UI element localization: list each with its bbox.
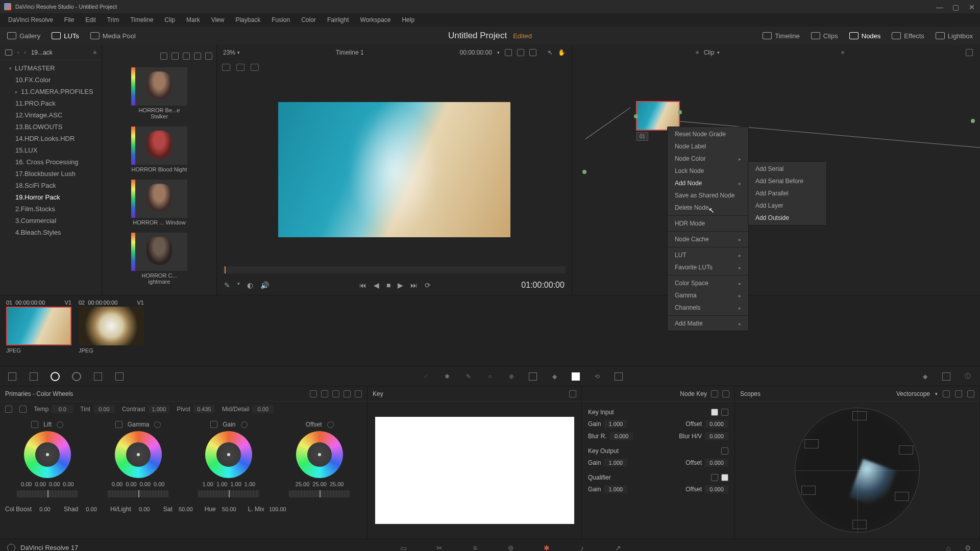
gain-g[interactable]: 1.00 [230, 481, 241, 487]
clip-card[interactable]: 0100:00:00:00V1 JPEG [6, 299, 71, 362]
blur-r-val[interactable]: 0.000 [610, 432, 633, 440]
zoom-value[interactable]: 23% [223, 49, 235, 56]
timecode-small[interactable]: 00:00:00:00 [459, 49, 492, 56]
prev-clip-button[interactable]: ⏮ [359, 281, 366, 289]
qualifier-icon[interactable]: ✎ [463, 371, 474, 382]
auto-balance-icon[interactable] [5, 406, 12, 413]
page-fusion-icon[interactable]: ⊚ [506, 543, 516, 552]
ctx-add-matte[interactable]: Add Matte▸ [668, 317, 748, 330]
lightbox-toggle[interactable]: Lightbox [936, 32, 973, 40]
ki-gain-val[interactable]: 1.000 [604, 420, 627, 428]
tree-item[interactable]: ▸11.CAMERA.PROFILES [0, 86, 102, 97]
tree-item[interactable]: 17.Blockbuster Lush [0, 168, 102, 180]
gain-wheel[interactable] [205, 431, 252, 478]
tree-item[interactable]: 12.Vintage.ASC [0, 109, 102, 121]
camera-raw-icon[interactable] [7, 371, 17, 382]
reset-icon[interactable] [241, 421, 248, 428]
page-edit-icon[interactable]: ≡ [470, 543, 480, 552]
grid-icon[interactable] [172, 53, 179, 60]
gain-r[interactable]: 1.00 [216, 481, 227, 487]
loop-button[interactable]: ⟳ [425, 281, 431, 289]
playhead[interactable] [225, 266, 226, 273]
offset-master-wheel[interactable] [289, 490, 350, 497]
menu-fairlight[interactable]: Fairlight [322, 14, 354, 26]
menu-help[interactable]: Help [397, 14, 420, 26]
blur-hv-val[interactable]: 0.000 [705, 432, 728, 440]
scrubber[interactable] [223, 266, 566, 273]
menu-view[interactable]: View [206, 14, 230, 26]
more-icon[interactable] [205, 53, 212, 60]
reset-icon[interactable] [57, 421, 63, 428]
timecode[interactable]: 01:00:00:00 [521, 281, 565, 290]
qualifier-toggle-1[interactable] [711, 474, 718, 481]
shad-val[interactable]: 0.00 [81, 506, 102, 512]
chevron-down-icon[interactable]: ▾ [935, 391, 938, 396]
more-icon[interactable] [355, 390, 362, 397]
wheel-picker-icon[interactable] [31, 421, 38, 428]
md-value[interactable]: 0.00 [252, 405, 274, 413]
gain-y[interactable]: 1.00 [203, 481, 213, 487]
project-manager-icon[interactable]: ⌂ [943, 543, 953, 552]
tree-item[interactable]: 14.HDR.Looks.HDR [0, 133, 102, 144]
q-gain-val[interactable]: 1.000 [604, 485, 627, 493]
mute-icon[interactable]: 🔊 [260, 281, 269, 289]
clip-card[interactable]: 0200:00:00:00V1 JPEG [79, 299, 144, 362]
ctx-lut[interactable]: LUT▸ [668, 249, 748, 261]
effects-toggle[interactable]: Effects [892, 32, 924, 40]
keyframe-icon[interactable]: ◆ [920, 371, 930, 382]
node-socket-out[interactable] [678, 110, 682, 114]
tree-item[interactable]: 18.SciFi Pack [0, 180, 102, 191]
ctx-node-cache[interactable]: Node Cache▸ [668, 233, 748, 245]
wheel-picker-icon[interactable] [115, 421, 122, 428]
color-wheels-icon[interactable] [50, 371, 60, 382]
menu-fusion[interactable]: Fusion [266, 14, 295, 26]
tree-root[interactable]: ▾LUTMASTER [0, 62, 102, 74]
highlight-icon[interactable] [222, 64, 230, 71]
tree-item[interactable]: 10.FX.Color [0, 74, 102, 86]
pivot-value[interactable]: 0.435 [193, 405, 215, 413]
wheel-picker-icon[interactable] [210, 421, 217, 428]
scopes-icon[interactable] [941, 371, 951, 382]
tracking-icon[interactable]: ⊕ [506, 371, 517, 382]
clip-thumbnail[interactable] [79, 307, 144, 345]
ctx-node-label[interactable]: Node Label [668, 140, 748, 153]
log-mode-icon[interactable] [332, 390, 339, 397]
gamma-r[interactable]: 0.00 [126, 481, 136, 487]
ctx-delete-node[interactable]: Delete Node [668, 202, 748, 214]
submenu-add-serial-before[interactable]: Add Serial Before [748, 175, 826, 187]
qualifier-toggle-2[interactable] [721, 474, 728, 481]
reset-icon[interactable] [154, 421, 161, 428]
picker-icon[interactable] [19, 406, 27, 413]
ctx-reset-node-grade[interactable]: Reset Node Grade [668, 128, 748, 140]
temp-value[interactable]: 0.0 [52, 405, 73, 413]
lift-master-wheel[interactable] [17, 490, 78, 497]
more-icon[interactable] [569, 390, 576, 397]
clip-thumbnail[interactable] [6, 307, 71, 345]
menu-file[interactable]: File [59, 14, 79, 26]
annotation-icon[interactable]: ✎ [224, 281, 230, 289]
clips-toggle[interactable]: Clips [811, 32, 838, 40]
timeline-name[interactable]: Timeline 1 [336, 49, 364, 56]
curves-icon[interactable]: ⟋ [421, 371, 431, 382]
node-graph[interactable]: 01 Reset Node Grade Node Label Node Colo… [572, 60, 980, 295]
col-boost-val[interactable]: 0.00 [34, 506, 56, 512]
blur-icon[interactable]: ◆ [549, 371, 559, 382]
menu-trim[interactable]: Trim [102, 14, 125, 26]
more-icon[interactable] [967, 390, 974, 397]
tree-item-selected[interactable]: 19.Horror Pack [0, 191, 102, 203]
stop-button[interactable]: ■ [386, 281, 390, 289]
wand-icon[interactable] [251, 64, 259, 71]
offset-wheel[interactable] [296, 431, 343, 478]
submenu-add-serial[interactable]: Add Serial [748, 163, 826, 175]
node-input-dot[interactable] [582, 170, 586, 174]
lift-g[interactable]: 0.00 [49, 481, 60, 487]
page-deliver-icon[interactable]: ↗ [613, 543, 623, 552]
reset-icon[interactable] [344, 390, 351, 397]
tree-item[interactable]: 16. Cross Processing [0, 156, 102, 168]
reverse-button[interactable]: ◀ [374, 281, 379, 289]
hdr-icon[interactable] [71, 371, 82, 382]
submenu-add-parallel[interactable]: Add Parallel [748, 187, 826, 199]
sat-val[interactable]: 50.00 [175, 506, 197, 512]
menu-edit[interactable]: Edit [80, 14, 101, 26]
ctx-hdr-mode[interactable]: HDR Mode [668, 217, 748, 230]
